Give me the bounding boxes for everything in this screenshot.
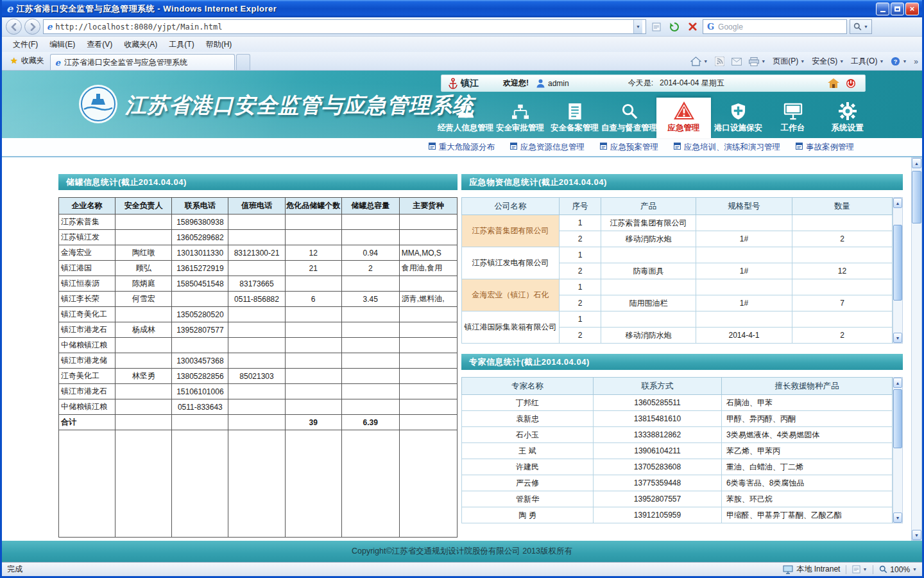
scroll-down-button[interactable]: ▼ <box>893 333 902 343</box>
scroll-thumb[interactable] <box>912 171 921 223</box>
table-row: 镇江港国顾弘13615272919212食用油,食用 <box>59 261 458 276</box>
maximize-button[interactable] <box>891 3 904 15</box>
home-shortcut-icon[interactable] <box>828 78 839 89</box>
feeds-button[interactable] <box>715 57 724 66</box>
cell: 2 <box>560 328 601 344</box>
submenu-item[interactable]: 应急培训、演练和演习管理 <box>674 142 780 153</box>
cell: 1 <box>560 311 601 328</box>
nav-item[interactable]: 系统设置 <box>820 98 875 138</box>
close-icon: × <box>910 4 915 13</box>
cell: 石小玉 <box>462 427 594 443</box>
cell: 13338812862 <box>594 427 722 443</box>
safety-menu-button[interactable]: 安全(S) ▼ <box>812 56 844 67</box>
column-header: 企业名称 <box>59 198 116 215</box>
cell: 13505280520 <box>172 307 228 322</box>
home-button[interactable]: ▼ <box>690 57 708 66</box>
browser-tab[interactable]: e 江苏省港口安全监管与应急管理系统 <box>50 54 235 70</box>
nav-item[interactable]: 安全备案管理 <box>547 98 602 138</box>
cell <box>341 307 399 322</box>
scroll-down-button[interactable]: ▼ <box>893 512 902 523</box>
cell <box>792 279 893 295</box>
command-toolbar: ▼ ▼ 页面(P) ▼ 安全(S) ▼ 工具(O) ▼ <box>690 56 920 70</box>
submenu-item[interactable]: 应急预案管理 <box>600 142 658 153</box>
read-mail-button[interactable] <box>732 58 742 66</box>
zoom-control[interactable]: 100% ▼ <box>879 565 917 574</box>
menu-item[interactable]: 查看(V) <box>81 37 118 52</box>
cell <box>116 353 172 369</box>
cell: 严云修 <box>462 475 594 491</box>
cell: 1 <box>560 279 601 295</box>
supplies-table: 公司名称序号产品规格型号数量江苏索普集团有限公司1江苏索普集团有限公司2移动消防… <box>461 197 893 344</box>
refresh-button[interactable] <box>667 19 682 34</box>
address-input[interactable]: e http://localhost:8080/yjpt/Main.html ▼ <box>43 19 646 34</box>
column-header: 数量 <box>792 198 893 215</box>
toolbar-overflow-icon[interactable]: » <box>914 57 918 66</box>
menu-item[interactable]: 收藏夹(A) <box>118 37 163 52</box>
compatibility-view-button[interactable] <box>649 19 664 34</box>
nav-item[interactable]: 自查与督查管理 <box>602 98 656 138</box>
scroll-thumb[interactable] <box>893 225 902 301</box>
table-row: 许建民13705283608重油、白蜡油、丁二烯 <box>462 459 893 475</box>
scroll-thumb[interactable] <box>893 389 902 448</box>
nav-item-label: 安全审批管理 <box>496 123 544 134</box>
filler-cell <box>285 430 341 538</box>
page-scrollbar[interactable]: ▲ ▼ <box>911 157 922 541</box>
menu-item[interactable]: 文件(F) <box>7 37 44 52</box>
scroll-track[interactable] <box>893 388 902 512</box>
submenu-item[interactable]: 重大危险源分布 <box>429 142 495 153</box>
print-button[interactable]: ▼ <box>749 57 766 66</box>
menu-item[interactable]: 工具(T) <box>163 37 200 52</box>
scroll-up-button[interactable]: ▲ <box>893 378 902 388</box>
search-button[interactable]: ▼ <box>850 19 872 34</box>
tools-menu-label: 工具(O) <box>851 56 877 67</box>
supplies-scrollbar[interactable]: ▲ ▼ <box>893 197 903 344</box>
scroll-down-button[interactable]: ▼ <box>912 530 921 540</box>
site-title: 江苏省港口安全监管与应急管理系统 <box>125 91 474 120</box>
cell <box>285 369 341 384</box>
stop-button[interactable] <box>685 19 700 34</box>
scroll-track[interactable] <box>912 168 921 530</box>
cell: 石脑油、甲苯 <box>722 395 893 411</box>
scroll-up-button[interactable]: ▲ <box>912 158 921 168</box>
cell <box>285 230 341 245</box>
url-text: http://localhost:8080/yjpt/Main.html <box>55 22 630 31</box>
right-column: 应急物资信息统计(截止2014.04.04) 公司名称序号产品规格型号数量江苏索… <box>461 174 903 523</box>
filler-cell <box>399 430 457 538</box>
search-input[interactable]: G Google <box>703 19 847 34</box>
experts-scrollbar[interactable]: ▲ ▼ <box>893 377 903 523</box>
cell <box>341 353 399 369</box>
minimize-button[interactable] <box>876 3 889 15</box>
cell: 中储粮镇江粮 <box>59 399 116 415</box>
page-menu-button[interactable]: 页面(P) ▼ <box>773 56 805 67</box>
close-button[interactable]: × <box>905 3 919 15</box>
column-header: 序号 <box>560 198 601 215</box>
nav-item[interactable]: 港口设施保安 <box>711 98 766 138</box>
protected-mode-button[interactable]: ▼ <box>852 565 867 574</box>
submenu-item[interactable]: 事故案例管理 <box>796 142 854 153</box>
menu-item[interactable]: 帮助(H) <box>200 37 238 52</box>
submenu-item-icon <box>510 143 517 152</box>
logout-power-icon[interactable] <box>846 78 856 89</box>
forward-button[interactable] <box>24 19 40 35</box>
back-button[interactable] <box>6 19 22 35</box>
scroll-up-button[interactable]: ▲ <box>893 198 902 208</box>
tools-menu-button[interactable]: 工具(O) ▼ <box>851 56 884 67</box>
cell <box>696 311 792 328</box>
nav-item[interactable]: 工作台 <box>766 98 820 138</box>
scroll-track[interactable] <box>893 208 902 333</box>
submenu-item-icon <box>796 143 803 152</box>
chevron-down-icon: ▼ <box>636 24 640 29</box>
nav-item[interactable]: 经营人信息管理 <box>438 98 493 138</box>
menu-item[interactable]: 编辑(E) <box>44 37 81 52</box>
table-filler-row <box>59 430 458 538</box>
search-placeholder: Google <box>718 22 743 31</box>
address-dropdown-button[interactable]: ▼ <box>633 20 642 33</box>
submenu-item[interactable]: 应急资源信息管理 <box>510 142 585 153</box>
nav-item[interactable]: 应急管理 <box>656 98 711 138</box>
help-button[interactable]: ? ▼ <box>891 57 907 66</box>
new-tab-button[interactable] <box>236 54 250 70</box>
cell: 1 <box>560 215 601 231</box>
cell: 15106101006 <box>172 384 228 399</box>
nav-item[interactable]: 安全审批管理 <box>493 98 547 138</box>
favorites-button[interactable]: ★ 收藏夹 <box>4 53 50 70</box>
